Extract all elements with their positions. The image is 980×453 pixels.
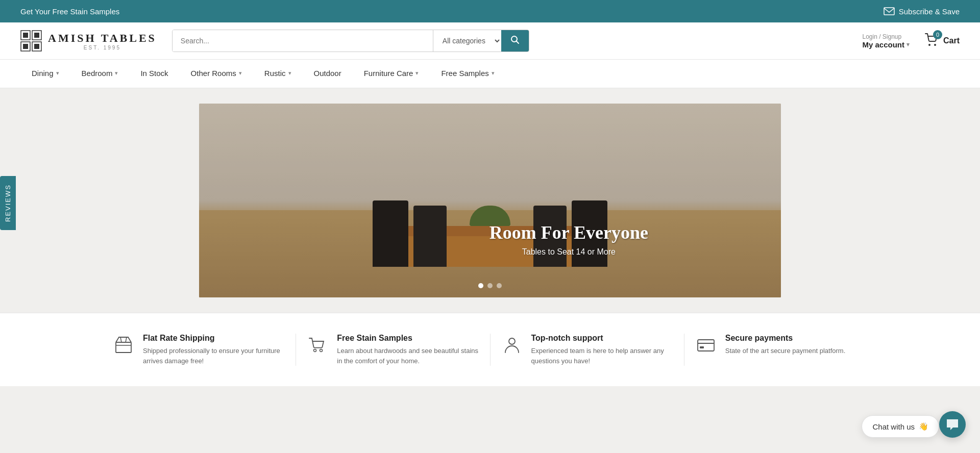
cart-label: Cart [943, 36, 960, 45]
rustic-chevron-icon: ▾ [288, 70, 291, 77]
svg-point-11 [934, 44, 936, 46]
feature-samples-text: Free Stain Samples Learn about hardwoods… [337, 334, 479, 366]
feature-payments: Secure payments State of the art secure … [684, 334, 878, 356]
svg-rect-12 [116, 342, 131, 353]
hero-dots[interactable] [478, 283, 502, 288]
top-bar-left-text: Get Your Free Stain Samples [20, 7, 119, 16]
search-bar[interactable]: All categories [172, 30, 529, 52]
hero-text: Room For Everyone Tables to Seat 14 or M… [489, 222, 648, 257]
nav-item-other-rooms[interactable]: Other Rooms ▾ [180, 60, 253, 88]
reviews-sidebar[interactable]: REVIEWS [0, 176, 16, 232]
nav-item-instock[interactable]: In Stock [129, 60, 179, 88]
nav-item-dining[interactable]: Dining ▾ [20, 60, 70, 88]
logo-icon [20, 30, 42, 52]
nav-item-outdoor[interactable]: Outdoor [303, 60, 353, 88]
svg-rect-16 [698, 340, 714, 351]
feature-payments-title: Secure payments [725, 334, 846, 343]
nav-item-furniture-care[interactable]: Furniture Care ▾ [353, 60, 430, 88]
feature-payments-text: Secure payments State of the art secure … [725, 334, 846, 356]
svg-rect-5 [23, 33, 28, 38]
nav-item-rustic[interactable]: Rustic ▾ [253, 60, 303, 88]
svg-rect-8 [34, 44, 39, 49]
feature-payments-desc: State of the art secure payment platform… [725, 346, 846, 356]
top-bar: Get Your Free Stain Samples Subscribe & … [0, 0, 980, 22]
svg-point-14 [320, 349, 323, 352]
account-area[interactable]: Login / Signup My account ▾ [862, 33, 910, 49]
hero-dot-2[interactable] [487, 283, 493, 288]
search-input[interactable] [173, 30, 433, 52]
my-account-label[interactable]: My account ▾ [862, 40, 910, 49]
logo-area[interactable]: AMISH TABLES EST. 1995 [20, 30, 157, 52]
svg-point-10 [928, 44, 930, 46]
feature-shipping-text: Flat Rate Shipping Shipped professionall… [143, 334, 285, 366]
samples-cart-icon [306, 334, 329, 356]
box-icon [112, 334, 135, 356]
nav-item-free-samples[interactable]: Free Samples ▾ [430, 60, 505, 88]
feature-support: Top-notch support Experienced team is he… [491, 334, 684, 366]
hero-overlay [199, 104, 781, 297]
feature-support-text: Top-notch support Experienced team is he… [531, 334, 674, 366]
logo-main: AMISH TABLES [48, 32, 157, 45]
bedroom-chevron-icon: ▾ [115, 70, 118, 77]
nav-item-bedroom[interactable]: Bedroom ▾ [70, 60, 130, 88]
card-icon [695, 334, 717, 356]
svg-rect-6 [34, 33, 39, 38]
subscribe-text: Subscribe & Save [899, 7, 960, 16]
feature-shipping: Flat Rate Shipping Shipped professionall… [102, 334, 296, 366]
feature-samples-desc: Learn about hardwoods and see beautiful … [337, 346, 479, 366]
furniture-care-chevron-icon: ▾ [415, 70, 419, 77]
feature-samples-title: Free Stain Samples [337, 334, 479, 343]
cart-area[interactable]: 0 Cart [925, 33, 960, 48]
reviews-tab-label[interactable]: REVIEWS [0, 176, 16, 230]
svg-point-13 [314, 349, 316, 352]
hero-dot-3[interactable] [497, 283, 502, 288]
svg-point-15 [509, 338, 515, 344]
hero-subtitle: Tables to Seat 14 or More [489, 247, 648, 257]
svg-rect-7 [23, 44, 28, 49]
logo-text: AMISH TABLES EST. 1995 [48, 32, 157, 51]
subscribe-area[interactable]: Subscribe & Save [884, 7, 960, 16]
login-signup-label: Login / Signup [862, 33, 901, 40]
search-button[interactable] [501, 30, 529, 52]
svg-rect-17 [700, 346, 704, 348]
feature-shipping-desc: Shipped professionally to ensure your fu… [143, 346, 285, 366]
dining-chevron-icon: ▾ [56, 70, 59, 77]
svg-rect-0 [884, 8, 894, 15]
features-row: Flat Rate Shipping Shipped professionall… [0, 313, 980, 386]
other-rooms-chevron-icon: ▾ [239, 70, 242, 77]
cart-count-badge: 0 [933, 30, 942, 39]
header-right: Login / Signup My account ▾ 0 Cart [862, 33, 960, 49]
logo-sub: EST. 1995 [48, 45, 157, 51]
person-icon [501, 334, 523, 356]
envelope-icon [884, 7, 895, 15]
free-samples-chevron-icon: ▾ [492, 70, 495, 77]
feature-support-desc: Experienced team is here to help answer … [531, 346, 674, 366]
main-nav: Dining ▾ Bedroom ▾ In Stock Other Rooms … [0, 60, 980, 88]
feature-shipping-title: Flat Rate Shipping [143, 334, 285, 343]
feature-samples: Free Stain Samples Learn about hardwoods… [296, 334, 490, 366]
search-icon [510, 35, 520, 44]
hero-banner: Room For Everyone Tables to Seat 14 or M… [199, 104, 781, 297]
cart-icon-wrap: 0 [925, 33, 939, 48]
hero-dot-1[interactable] [478, 283, 483, 288]
hero-title: Room For Everyone [489, 222, 648, 243]
category-select[interactable]: All categories [433, 30, 501, 52]
account-chevron-icon: ▾ [906, 41, 910, 48]
feature-support-title: Top-notch support [531, 334, 674, 343]
header: AMISH TABLES EST. 1995 All categories Lo… [0, 22, 980, 60]
